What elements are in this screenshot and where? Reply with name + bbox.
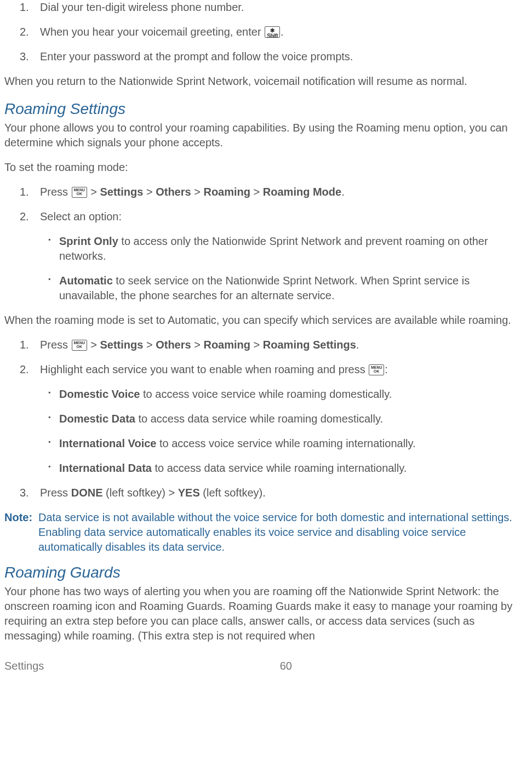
- option-name: Automatic: [59, 275, 113, 287]
- paragraph: Your phone allows you to control your ro…: [4, 121, 528, 150]
- step-text: Press: [40, 186, 71, 198]
- option-name: Domestic Data: [59, 413, 135, 425]
- step-text: (left softkey).: [200, 487, 266, 499]
- list-item: 3. Enter your password at the prompt and…: [40, 49, 528, 64]
- list-item: 1. Press MENUOK > Settings > Others > Ro…: [40, 338, 528, 352]
- option-desc: to access only the Nationwide Sprint Net…: [59, 235, 488, 262]
- sep: >: [250, 186, 263, 198]
- footer-section: Settings: [4, 659, 44, 673]
- sep: .: [356, 339, 359, 351]
- bold: DONE: [71, 487, 103, 499]
- bold: Roaming Mode: [263, 186, 341, 198]
- list-item: International Data to access data servic…: [59, 461, 528, 476]
- option-name: Sprint Only: [59, 235, 118, 247]
- bold: YES: [178, 487, 200, 499]
- bold: Others: [156, 339, 191, 351]
- step-number: 1.: [20, 185, 29, 199]
- list-item: 3. Press DONE (left softkey) > YES (left…: [40, 486, 528, 500]
- footer-page-number: 60: [280, 659, 292, 673]
- paragraph: Your phone has two ways of alerting you …: [4, 584, 528, 643]
- sep: >: [250, 339, 263, 351]
- option-desc: to access voice service while roaming in…: [156, 437, 415, 449]
- option-desc: to access data service while roaming dom…: [135, 413, 383, 425]
- note-body: Data service is not available without th…: [38, 510, 528, 555]
- option-name: Domestic Voice: [59, 388, 140, 400]
- list-item: 1. Press MENUOK > Settings > Others > Ro…: [40, 185, 528, 199]
- list-item: 2. Highlight each service you want to en…: [40, 362, 528, 476]
- list-item: Automatic to seek service on the Nationw…: [59, 273, 528, 303]
- note: Note: Data service is not available with…: [4, 510, 528, 555]
- menu-ok-key-icon: MENUOK: [72, 340, 87, 351]
- option-name: International Data: [59, 462, 152, 474]
- sep: .: [341, 186, 345, 198]
- option-name: International Voice: [59, 437, 156, 449]
- sep: >: [88, 186, 100, 198]
- sep: >: [88, 339, 100, 351]
- sep: >: [191, 186, 204, 198]
- roaming-settings-steps: 1. Press MENUOK > Settings > Others > Ro…: [4, 338, 528, 500]
- star-shift-key-icon: ✱ Shift: [265, 26, 280, 38]
- bold: Settings: [100, 186, 143, 198]
- step-number: 3.: [20, 486, 29, 500]
- step-text: :: [385, 363, 388, 375]
- step-text: Dial your ten-digit wireless phone numbe…: [40, 1, 244, 13]
- sep: >: [191, 339, 204, 351]
- step-number: 1.: [20, 338, 29, 352]
- paragraph: When the roaming mode is set to Automati…: [4, 313, 528, 328]
- note-label: Note:: [4, 510, 38, 555]
- page-footer: Settings 60: [4, 659, 528, 673]
- step-text: Enter your password at the prompt and fo…: [40, 50, 353, 62]
- step-number: 2.: [20, 362, 29, 377]
- list-item: 2. Select an option: Sprint Only to acce…: [40, 209, 528, 303]
- list-item: Sprint Only to access only the Nationwid…: [59, 234, 528, 264]
- bold: Roaming: [203, 186, 250, 198]
- sep: >: [143, 339, 156, 351]
- roaming-mode-steps: 1. Press MENUOK > Settings > Others > Ro…: [4, 185, 528, 303]
- voicemail-steps: 1. Dial your ten-digit wireless phone nu…: [4, 0, 528, 64]
- step-number: 1.: [20, 0, 29, 15]
- step-text: (left softkey) >: [102, 487, 178, 499]
- option-desc: to access voice service while roaming do…: [140, 388, 392, 400]
- list-item: Domestic Voice to access voice service w…: [59, 387, 528, 402]
- step-number: 3.: [20, 49, 29, 64]
- paragraph: When you return to the Nationwide Sprint…: [4, 74, 528, 89]
- menu-ok-key-icon: MENUOK: [72, 187, 87, 198]
- sep: >: [143, 186, 156, 198]
- list-item: Domestic Data to access data service whi…: [59, 412, 528, 426]
- bold: Settings: [100, 339, 143, 351]
- step-text: Highlight each service you want to enabl…: [40, 363, 368, 375]
- step-text: Press: [40, 487, 71, 499]
- heading-roaming-settings: Roaming Settings: [4, 99, 528, 119]
- bold: Others: [156, 186, 191, 198]
- step-number: 2.: [20, 209, 29, 224]
- roaming-mode-options: Sprint Only to access only the Nationwid…: [40, 234, 528, 303]
- roaming-services: Domestic Voice to access voice service w…: [40, 387, 528, 476]
- list-item: International Voice to access voice serv…: [59, 436, 528, 451]
- menu-ok-key-icon: MENUOK: [369, 364, 384, 375]
- paragraph: To set the roaming mode:: [4, 160, 528, 175]
- step-number: 2.: [20, 25, 29, 39]
- step-text: .: [281, 26, 284, 38]
- step-text: Press: [40, 339, 71, 351]
- heading-roaming-guards: Roaming Guards: [4, 562, 528, 583]
- bold: Roaming Settings: [263, 339, 356, 351]
- list-item: 2. When you hear your voicemail greeting…: [40, 25, 528, 39]
- option-desc: to seek service on the Nationwide Sprint…: [59, 275, 470, 301]
- step-text: When you hear your voicemail greeting, e…: [40, 26, 264, 38]
- step-text: Select an option:: [40, 210, 122, 222]
- bold: Roaming: [203, 339, 250, 351]
- option-desc: to access data service while roaming int…: [152, 462, 407, 474]
- list-item: 1. Dial your ten-digit wireless phone nu…: [40, 0, 528, 15]
